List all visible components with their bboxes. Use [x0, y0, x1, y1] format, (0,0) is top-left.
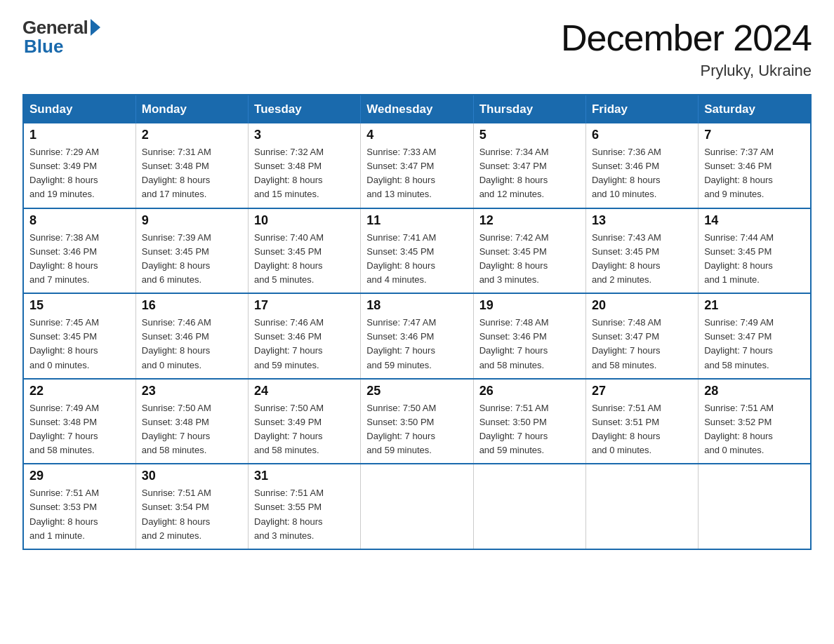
- day-info: Sunrise: 7:37 AMSunset: 3:46 PMDaylight:…: [704, 147, 774, 199]
- logo-arrow-icon: [91, 19, 100, 36]
- calendar-cell: [585, 464, 698, 549]
- day-info: Sunrise: 7:41 AMSunset: 3:45 PMDaylight:…: [366, 232, 436, 285]
- day-info: Sunrise: 7:51 AMSunset: 3:55 PMDaylight:…: [254, 488, 324, 540]
- day-number: 3: [254, 128, 355, 142]
- day-info: Sunrise: 7:38 AMSunset: 3:46 PMDaylight:…: [29, 232, 99, 285]
- calendar-cell: 16 Sunrise: 7:46 AMSunset: 3:46 PMDaylig…: [135, 293, 248, 379]
- calendar-week-4: 22 Sunrise: 7:49 AMSunset: 3:48 PMDaylig…: [23, 379, 811, 464]
- day-number: 11: [366, 213, 467, 228]
- calendar-cell: [361, 464, 473, 549]
- day-info: Sunrise: 7:34 AMSunset: 3:47 PMDaylight:…: [479, 147, 549, 199]
- calendar-cell: 10 Sunrise: 7:40 AMSunset: 3:45 PMDaylig…: [249, 208, 361, 294]
- day-number: 20: [592, 298, 692, 313]
- calendar-cell: 24 Sunrise: 7:50 AMSunset: 3:49 PMDaylig…: [249, 379, 361, 464]
- day-number: 18: [366, 298, 467, 313]
- calendar-cell: 9 Sunrise: 7:39 AMSunset: 3:45 PMDayligh…: [135, 208, 248, 294]
- calendar-cell: 3 Sunrise: 7:32 AMSunset: 3:48 PMDayligh…: [249, 123, 361, 208]
- day-number: 4: [366, 128, 467, 142]
- page-header: General Blue December 2024 Pryluky, Ukra…: [22, 17, 812, 80]
- day-number: 19: [479, 298, 580, 313]
- day-number: 23: [142, 384, 242, 398]
- weekday-header-thursday: Thursday: [473, 95, 585, 123]
- calendar-cell: 19 Sunrise: 7:48 AMSunset: 3:46 PMDaylig…: [473, 293, 585, 379]
- day-number: 15: [29, 298, 130, 313]
- calendar-cell: 12 Sunrise: 7:42 AMSunset: 3:45 PMDaylig…: [473, 208, 585, 294]
- day-number: 13: [592, 213, 692, 228]
- calendar-cell: 25 Sunrise: 7:50 AMSunset: 3:50 PMDaylig…: [361, 379, 473, 464]
- weekday-header-saturday: Saturday: [699, 95, 811, 123]
- day-number: 17: [254, 298, 355, 313]
- day-info: Sunrise: 7:40 AMSunset: 3:45 PMDaylight:…: [254, 232, 324, 285]
- day-info: Sunrise: 7:44 AMSunset: 3:45 PMDaylight:…: [704, 232, 774, 285]
- calendar-table: SundayMondayTuesdayWednesdayThursdayFrid…: [22, 94, 812, 550]
- day-number: 31: [254, 469, 355, 483]
- day-info: Sunrise: 7:29 AMSunset: 3:49 PMDaylight:…: [29, 147, 99, 199]
- day-number: 24: [254, 384, 355, 398]
- day-number: 5: [479, 128, 580, 142]
- day-info: Sunrise: 7:51 AMSunset: 3:50 PMDaylight:…: [479, 403, 549, 455]
- weekday-header-friday: Friday: [585, 95, 698, 123]
- calendar-cell: 14 Sunrise: 7:44 AMSunset: 3:45 PMDaylig…: [699, 208, 811, 294]
- day-number: 12: [479, 213, 580, 228]
- logo: General Blue: [22, 17, 100, 58]
- weekday-header-sunday: Sunday: [23, 95, 135, 123]
- calendar-cell: 8 Sunrise: 7:38 AMSunset: 3:46 PMDayligh…: [23, 208, 135, 294]
- calendar-cell: [473, 464, 585, 549]
- calendar-cell: 20 Sunrise: 7:48 AMSunset: 3:47 PMDaylig…: [585, 293, 698, 379]
- month-title: December 2024: [561, 17, 812, 59]
- day-number: 8: [29, 213, 130, 228]
- calendar-cell: 4 Sunrise: 7:33 AMSunset: 3:47 PMDayligh…: [361, 123, 473, 208]
- calendar-week-1: 1 Sunrise: 7:29 AMSunset: 3:49 PMDayligh…: [23, 123, 811, 208]
- calendar-cell: 1 Sunrise: 7:29 AMSunset: 3:49 PMDayligh…: [23, 123, 135, 208]
- day-number: 26: [479, 384, 580, 398]
- day-info: Sunrise: 7:47 AMSunset: 3:46 PMDaylight:…: [366, 317, 436, 370]
- day-number: 28: [704, 384, 805, 398]
- day-number: 2: [142, 128, 242, 142]
- day-info: Sunrise: 7:48 AMSunset: 3:47 PMDaylight:…: [592, 317, 661, 370]
- day-info: Sunrise: 7:48 AMSunset: 3:46 PMDaylight:…: [479, 317, 549, 370]
- day-info: Sunrise: 7:49 AMSunset: 3:48 PMDaylight:…: [29, 403, 99, 455]
- day-number: 30: [142, 469, 242, 483]
- calendar-cell: 22 Sunrise: 7:49 AMSunset: 3:48 PMDaylig…: [23, 379, 135, 464]
- calendar-cell: 31 Sunrise: 7:51 AMSunset: 3:55 PMDaylig…: [249, 464, 361, 549]
- location-title: Pryluky, Ukraine: [561, 62, 812, 80]
- day-info: Sunrise: 7:31 AMSunset: 3:48 PMDaylight:…: [142, 147, 211, 199]
- calendar-cell: 5 Sunrise: 7:34 AMSunset: 3:47 PMDayligh…: [473, 123, 585, 208]
- day-number: 29: [29, 469, 130, 483]
- day-number: 1: [29, 128, 130, 142]
- logo-blue-text: Blue: [24, 36, 63, 58]
- calendar-cell: 13 Sunrise: 7:43 AMSunset: 3:45 PMDaylig…: [585, 208, 698, 294]
- day-number: 10: [254, 213, 355, 228]
- day-info: Sunrise: 7:51 AMSunset: 3:52 PMDaylight:…: [704, 403, 774, 455]
- calendar-cell: 28 Sunrise: 7:51 AMSunset: 3:52 PMDaylig…: [699, 379, 811, 464]
- calendar-week-2: 8 Sunrise: 7:38 AMSunset: 3:46 PMDayligh…: [23, 208, 811, 294]
- title-block: December 2024 Pryluky, Ukraine: [561, 17, 812, 80]
- day-number: 27: [592, 384, 692, 398]
- calendar-cell: 23 Sunrise: 7:50 AMSunset: 3:48 PMDaylig…: [135, 379, 248, 464]
- calendar-cell: 2 Sunrise: 7:31 AMSunset: 3:48 PMDayligh…: [135, 123, 248, 208]
- day-info: Sunrise: 7:32 AMSunset: 3:48 PMDaylight:…: [254, 147, 324, 199]
- day-info: Sunrise: 7:51 AMSunset: 3:53 PMDaylight:…: [29, 488, 99, 540]
- day-number: 25: [366, 384, 467, 398]
- day-number: 16: [142, 298, 242, 313]
- calendar-cell: 26 Sunrise: 7:51 AMSunset: 3:50 PMDaylig…: [473, 379, 585, 464]
- calendar-cell: 6 Sunrise: 7:36 AMSunset: 3:46 PMDayligh…: [585, 123, 698, 208]
- day-number: 22: [29, 384, 130, 398]
- day-number: 7: [704, 128, 805, 142]
- day-info: Sunrise: 7:36 AMSunset: 3:46 PMDaylight:…: [592, 147, 661, 199]
- calendar-cell: 27 Sunrise: 7:51 AMSunset: 3:51 PMDaylig…: [585, 379, 698, 464]
- day-number: 21: [704, 298, 805, 313]
- day-info: Sunrise: 7:42 AMSunset: 3:45 PMDaylight:…: [479, 232, 549, 285]
- calendar-cell: 11 Sunrise: 7:41 AMSunset: 3:45 PMDaylig…: [361, 208, 473, 294]
- weekday-header-row: SundayMondayTuesdayWednesdayThursdayFrid…: [23, 95, 811, 123]
- day-number: 9: [142, 213, 242, 228]
- calendar-cell: 15 Sunrise: 7:45 AMSunset: 3:45 PMDaylig…: [23, 293, 135, 379]
- day-info: Sunrise: 7:43 AMSunset: 3:45 PMDaylight:…: [592, 232, 661, 285]
- day-info: Sunrise: 7:50 AMSunset: 3:48 PMDaylight:…: [142, 403, 211, 455]
- day-info: Sunrise: 7:49 AMSunset: 3:47 PMDaylight:…: [704, 317, 774, 370]
- day-info: Sunrise: 7:50 AMSunset: 3:49 PMDaylight:…: [254, 403, 324, 455]
- day-info: Sunrise: 7:50 AMSunset: 3:50 PMDaylight:…: [366, 403, 436, 455]
- calendar-cell: 17 Sunrise: 7:46 AMSunset: 3:46 PMDaylig…: [249, 293, 361, 379]
- day-info: Sunrise: 7:33 AMSunset: 3:47 PMDaylight:…: [366, 147, 436, 199]
- weekday-header-wednesday: Wednesday: [361, 95, 473, 123]
